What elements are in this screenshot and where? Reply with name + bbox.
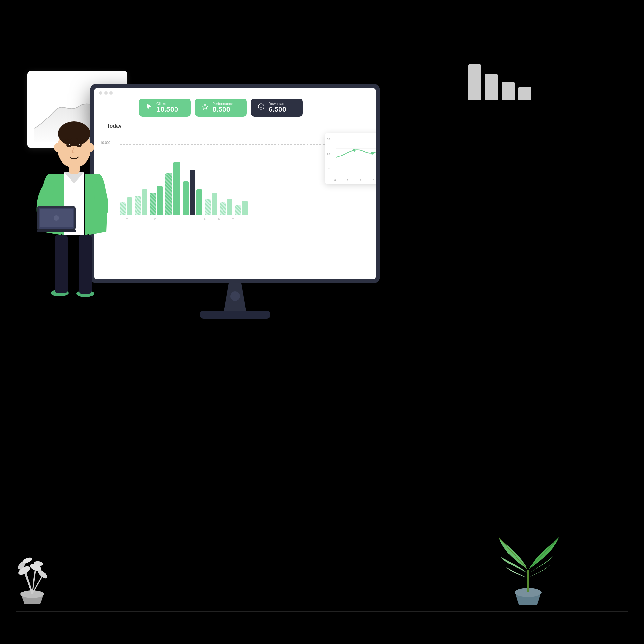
bar (205, 199, 211, 215)
x-tick: M (121, 217, 133, 220)
bar (157, 186, 163, 215)
line-1 (336, 145, 376, 157)
bar (227, 199, 232, 215)
bar (220, 202, 226, 215)
plant-left (10, 547, 55, 605)
monitor-base (200, 311, 270, 319)
monitor-screen: Clicks 10.500 Performance 8.500 (94, 88, 376, 279)
bar (127, 197, 132, 215)
x-tick: F (179, 217, 196, 220)
x-tick: W (149, 217, 161, 220)
y-label-10: 10 (327, 167, 330, 170)
clicks-value: 10.500 (156, 106, 178, 113)
x-axis: M T W T F S S M (120, 215, 370, 220)
bar-group-4 (165, 162, 180, 215)
bar (235, 205, 241, 215)
data-point (371, 152, 374, 155)
ear-left (54, 143, 61, 152)
mini-line-chart: 30 20 10 (325, 133, 376, 184)
x-0: 0 (334, 179, 336, 182)
bar (212, 193, 217, 215)
bar (142, 189, 147, 215)
performance-value: 8.500 (213, 106, 233, 113)
bar (173, 162, 180, 215)
bg-bar-chart (468, 64, 531, 100)
chart-title: Today (100, 123, 370, 129)
stat-cards-row: Clicks 10.500 Performance 8.500 (94, 99, 376, 117)
bar-group-1 (120, 197, 132, 215)
screen-header (94, 88, 376, 99)
x-3: 3 (373, 179, 374, 182)
x-1: 1 (347, 179, 348, 182)
performance-card[interactable]: Performance 8.500 (195, 99, 247, 117)
bar (242, 201, 248, 215)
plant-right (496, 522, 560, 612)
eye-right (77, 143, 82, 147)
cursor-icon (146, 103, 153, 112)
bg-bar-4 (518, 87, 531, 100)
x-tick: T (164, 217, 176, 220)
laptop-base (37, 229, 76, 232)
star-icon (202, 103, 209, 112)
bar (190, 170, 195, 215)
y-label-20: 20 (327, 153, 330, 156)
bar (196, 189, 202, 215)
x-tick: T (135, 217, 147, 220)
y-label-30: 30 (327, 138, 330, 141)
leg-right (79, 235, 92, 294)
eye-right-highlight (79, 144, 81, 145)
x-tick: M (227, 217, 239, 220)
bar-group-5 (183, 170, 202, 215)
person-illustration (29, 109, 119, 303)
mini-chart-x-labels: 0 1 2 3 4 5 6 7 (334, 179, 376, 182)
eye-left (66, 143, 71, 147)
x-tick: S (213, 217, 225, 220)
bar (120, 202, 126, 215)
performance-info: Performance 8.500 (213, 102, 233, 113)
leg-left (55, 235, 68, 293)
clicks-card[interactable]: Clicks 10.500 (139, 99, 191, 117)
svg-marker-0 (202, 104, 208, 109)
bg-bar-2 (485, 74, 498, 100)
plant-left-svg (10, 547, 55, 605)
bg-bar-1 (468, 64, 481, 100)
x-2: 2 (360, 179, 361, 182)
bar (135, 196, 141, 215)
download-card[interactable]: Download 6.500 (251, 99, 303, 117)
mini-chart-svg (334, 136, 376, 168)
bg-bar-3 (502, 82, 515, 100)
laptop-logo (54, 215, 59, 221)
dot-3 (109, 91, 113, 95)
download-info: Download 6.500 (269, 102, 286, 113)
bar-group-3 (150, 186, 163, 215)
leaf-vein (529, 538, 559, 569)
bar (150, 193, 156, 215)
dot-1 (99, 91, 102, 95)
dot-2 (104, 91, 108, 95)
x-tick: S (199, 217, 211, 220)
mini-chart-y-labels: 30 20 10 (327, 138, 330, 170)
data-point (353, 149, 356, 152)
person-svg (29, 109, 119, 303)
scene: Clicks 10.500 Performance 8.500 (0, 0, 644, 644)
eye-left-highlight (69, 144, 70, 145)
clicks-info: Clicks 10.500 (156, 102, 178, 113)
ear-right (88, 143, 94, 152)
bar-group-8 (235, 201, 248, 215)
download-value: 6.500 (269, 106, 286, 113)
monitor: Clicks 10.500 Performance 8.500 (90, 84, 380, 283)
hair (58, 121, 90, 146)
plant-right-svg (496, 522, 560, 612)
download-icon (258, 103, 265, 112)
bar (183, 181, 189, 215)
bar-group-6 (205, 193, 217, 215)
leaf-5 (506, 567, 527, 578)
bar-group-7 (220, 199, 232, 215)
monitor-knob (230, 291, 240, 301)
bar-group-2 (135, 189, 147, 215)
bar (165, 173, 172, 215)
